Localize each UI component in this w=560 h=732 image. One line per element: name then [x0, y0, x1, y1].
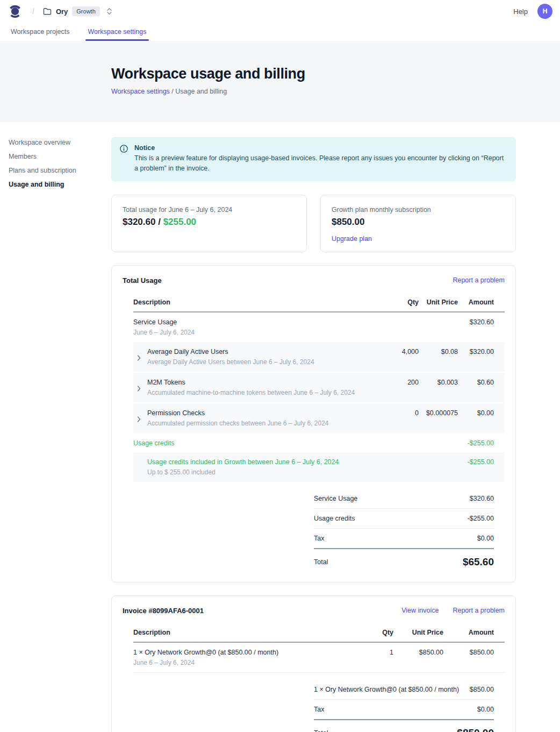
subscription-card: Growth plan monthly subscription $850.00…	[320, 195, 516, 252]
usage-table-header: Description Qty Unit Price Amount	[133, 295, 505, 312]
invoice-card: Invoice #8099AFA6-0001 View invoice Repo…	[111, 595, 516, 732]
settings-sidebar: Workspace overview Members Plans and sub…	[0, 122, 111, 732]
col-description: Description	[133, 629, 361, 636]
view-invoice-link[interactable]: View invoice	[401, 607, 439, 614]
summary-value: $0.00	[477, 706, 494, 713]
page-title: Workspace usage and billing	[111, 66, 560, 82]
row-subtext: Accumulated permission checks between Ju…	[147, 420, 386, 427]
invoice-report-problem-link[interactable]: Report a problem	[453, 607, 505, 614]
row-description: Permission Checks	[147, 409, 386, 417]
row-amount: $320.60	[458, 318, 494, 326]
tab-workspace-settings[interactable]: Workspace settings	[87, 23, 148, 41]
col-description: Description	[133, 299, 386, 306]
invoice-total-label: Total	[314, 729, 328, 732]
col-unit-price: Unit Price	[393, 629, 443, 636]
row-qty: 200	[386, 379, 419, 386]
subscription-label: Growth plan monthly subscription	[332, 206, 505, 214]
breadcrumb-separator: /	[32, 7, 34, 16]
chevron-right-icon[interactable]	[137, 386, 141, 392]
breadcrumb-link[interactable]: Workspace settings	[111, 88, 170, 95]
row-amount: -$255.00	[458, 439, 494, 447]
row-description: 1 × Ory Network Growth@0 (at $850.00 / m…	[133, 649, 361, 656]
notice-body: This is a preview feature for displaying…	[134, 153, 507, 174]
col-unit-price: Unit Price	[419, 299, 458, 306]
breadcrumb: Workspace settings / Usage and billing	[111, 88, 560, 95]
row-subtext: Up to $ 255.00 included	[147, 468, 386, 476]
ory-logo[interactable]	[8, 4, 23, 19]
notice-title: Notice	[134, 144, 507, 152]
total-usage-label: Total usage for June 6 – July 6, 2024	[123, 206, 296, 214]
chevron-right-icon[interactable]	[137, 416, 141, 422]
invoice-total-row: Total $850.00	[314, 720, 494, 732]
usage-total-row: Total $65.60	[314, 549, 494, 571]
row-description: Average Daily Active Users	[147, 348, 386, 356]
total-usage-table-card: Total Usage Report a problem Description…	[111, 265, 516, 582]
summary-row: Usage credits -$255.00	[314, 509, 494, 529]
report-problem-link[interactable]: Report a problem	[453, 276, 505, 284]
table-row: Usage credits -$255.00	[133, 434, 505, 452]
ory-logo-icon	[8, 4, 23, 19]
row-amount: $850.00	[443, 649, 494, 656]
chevron-right-icon[interactable]	[137, 355, 141, 361]
row-unit-price: $0.003	[419, 379, 458, 386]
row-subtext: Average Daily Active Users between June …	[147, 358, 386, 366]
total-usage-card: Total usage for June 6 – July 6, 2024 $3…	[111, 195, 307, 252]
row-amount: $320.00	[458, 348, 494, 356]
sidebar-item-usage-and-billing[interactable]: Usage and billing	[9, 180, 111, 189]
usage-total-label: Total	[314, 558, 328, 566]
sidebar-item-members[interactable]: Members	[9, 152, 111, 161]
table-row: Permission Checks Accumulated permission…	[133, 403, 505, 433]
summary-cards: Total usage for June 6 – July 6, 2024 $3…	[111, 195, 516, 252]
usage-table-title: Total Usage	[123, 276, 162, 285]
top-bar: / Ory Growth Help H	[0, 0, 560, 23]
row-description: Usage credits included in Growth between…	[147, 458, 386, 466]
invoice-summary: 1 × Ory Network Growth@0 (at $850.00 / m…	[314, 680, 494, 732]
sidebar-item-plans-and-subscription[interactable]: Plans and subscription	[9, 166, 111, 175]
summary-label: 1 × Ory Network Growth@0 (at $850.00 / m…	[314, 686, 459, 693]
summary-value: $320.60	[470, 495, 494, 502]
summary-row: Tax $0.00	[314, 529, 494, 549]
usage-credit-amount: $255.00	[163, 217, 196, 227]
table-row: Average Daily Active Users Average Daily…	[133, 342, 505, 372]
sidebar-item-workspace-overview[interactable]: Workspace overview	[9, 138, 111, 147]
tab-workspace-projects[interactable]: Workspace projects	[10, 23, 71, 41]
row-subtext: June 6 – July 6, 2024	[133, 329, 386, 336]
row-qty: 4,000	[386, 348, 419, 356]
row-description: Usage credits	[133, 439, 386, 447]
invoice-total-value: $850.00	[457, 727, 494, 732]
upgrade-plan-link[interactable]: Upgrade plan	[332, 235, 372, 243]
help-link[interactable]: Help	[513, 8, 528, 16]
breadcrumb-current: / Usage and billing	[170, 88, 227, 95]
subscription-amount: $850.00	[332, 217, 505, 228]
summary-value: $0.00	[477, 535, 494, 542]
workspace-name: Ory	[56, 8, 68, 16]
summary-label: Usage credits	[314, 515, 355, 522]
row-amount: $0.60	[458, 379, 494, 386]
row-subtext: Accumulated machine-to-machine tokens be…	[147, 389, 386, 396]
summary-label: Tax	[314, 535, 324, 542]
row-description: M2M Tokens	[147, 379, 386, 386]
summary-value: $850.00	[470, 686, 494, 693]
table-row: Service Usage June 6 – July 6, 2024 $320…	[133, 312, 505, 342]
table-row: M2M Tokens Accumulated machine-to-machin…	[133, 373, 505, 402]
user-avatar[interactable]: H	[537, 4, 552, 19]
row-qty: 0	[386, 409, 419, 417]
col-qty: Qty	[386, 299, 419, 306]
chevron-updown-icon	[106, 8, 112, 15]
col-qty: Qty	[361, 629, 393, 636]
tab-bar: Workspace projects Workspace settings	[0, 23, 560, 41]
row-unit-price: $0.08	[419, 348, 458, 356]
notice-banner: Notice This is a preview feature for dis…	[111, 137, 516, 181]
usage-total-value: $65.60	[463, 556, 494, 568]
table-row: 1 × Ory Network Growth@0 (at $850.00 / m…	[133, 643, 505, 673]
invoice-table-header: Description Qty Unit Price Amount	[133, 626, 505, 643]
workspace-switcher[interactable]: Ory Growth	[43, 6, 112, 16]
col-amount: Amount	[443, 629, 494, 636]
folder-icon	[43, 8, 52, 15]
usage-summary: Service Usage $320.60 Usage credits -$25…	[314, 489, 494, 571]
row-description: Service Usage	[133, 318, 386, 326]
summary-label: Service Usage	[314, 495, 357, 502]
plan-badge: Growth	[72, 6, 99, 16]
table-row: Usage credits included in Growth between…	[133, 452, 505, 482]
row-qty: 1	[361, 649, 393, 656]
